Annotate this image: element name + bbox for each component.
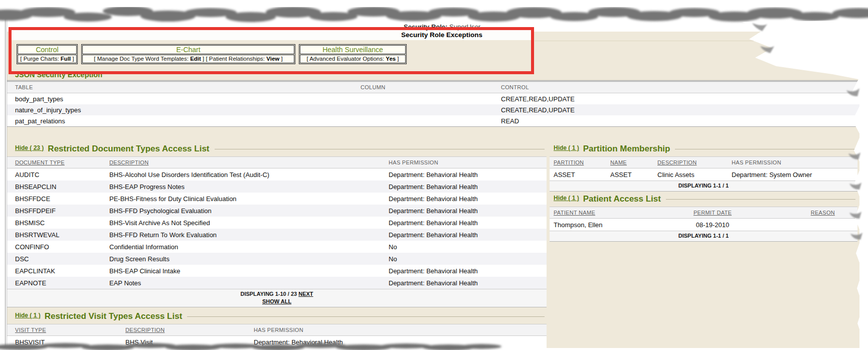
doc-types-paging: DISPLAYING 1-10 / 23 NEXT SHOW ALL xyxy=(7,289,547,307)
control-box-values: [ Purge Charts: Full ] xyxy=(18,55,77,63)
banner-underline xyxy=(535,41,859,41)
next-page-link[interactable]: NEXT xyxy=(298,291,313,297)
doc-type-cell: DSC xyxy=(7,253,109,265)
permission-cell: Department: Behavioral Health xyxy=(389,229,547,241)
reason-cell xyxy=(775,219,857,231)
column-header-description[interactable]: DESCRIPTION xyxy=(125,324,246,336)
permission-cell: Department: Behavioral Health xyxy=(389,193,547,205)
description-cell: BHS-FFD Return To Work Evaluation xyxy=(109,229,389,241)
partition-hide-link[interactable]: Hide ( 1 ) xyxy=(554,144,579,151)
description-cell: BHS-Visit Archive As Not Specified xyxy=(109,217,389,229)
security-role-line: Security Role: SuperUser xyxy=(404,23,480,31)
table-cell: nature_of_injury_types xyxy=(7,104,361,115)
heading-rule xyxy=(187,316,545,317)
column-header-column: COLUMN xyxy=(361,81,501,93)
column-header-description[interactable]: DESCRIPTION xyxy=(657,157,732,168)
exception-suffix: ] xyxy=(279,56,282,62)
patient-access-hide-link[interactable]: Hide ( 1 ) xyxy=(554,195,579,202)
exception-value: Yes xyxy=(386,56,396,62)
heading-rule xyxy=(666,199,855,200)
patient-access-paging: DISPLAYING 1-1 / 1 xyxy=(550,231,857,242)
permission-cell: Department: System Owner xyxy=(732,168,857,181)
paging-displaying: DISPLAYING 1-1 / 1 xyxy=(550,182,857,190)
doc-type-cell: BHSFFDCE xyxy=(7,193,109,205)
exception-suffix: ] xyxy=(396,56,399,62)
column-cell xyxy=(361,104,501,115)
table-cell: pat_pat_relations xyxy=(7,115,361,127)
patient-access-table: PATIENT NAME PERMIT DATE REASON Thompson… xyxy=(550,207,857,242)
doc-type-row: BHSMISC BHS-Visit Archive As Not Specifi… xyxy=(7,217,547,229)
doc-type-row: BHSRTWEVAL BHS-FFD Return To Work Evalua… xyxy=(7,229,547,241)
exception-value: View xyxy=(266,56,279,62)
doc-types-section-header: Hide ( 23 ) Restricted Document Types Ac… xyxy=(7,144,547,153)
visit-type-row: BHSVISIT BHS Visit Department: Behaviora… xyxy=(7,336,547,348)
exception-value: Full xyxy=(61,56,71,62)
column-header-reason[interactable]: REASON xyxy=(775,207,857,219)
doc-type-row: EAPCLINTAK BHS-EAP Clinical Intake Depar… xyxy=(7,265,547,277)
description-cell: BHS-EAP Progress Notes xyxy=(109,181,389,193)
visit-types-title: Restricted Visit Types Access List xyxy=(45,312,183,320)
column-header-name[interactable]: NAME xyxy=(610,157,657,168)
heading-rule xyxy=(215,149,545,149)
health-box-values: [ Advanced Evaluator Options: Yes ] xyxy=(300,55,406,63)
column-header-partition[interactable]: PARTITION xyxy=(550,157,610,168)
security-role-value: SuperUser xyxy=(449,23,480,31)
permission-cell: Department: Behavioral Health xyxy=(389,277,547,289)
doc-type-row: DSC Drug Screen Results No xyxy=(7,253,547,265)
exception-value: Edit xyxy=(190,56,201,62)
column-header-description[interactable]: DESCRIPTION xyxy=(109,157,389,168)
show-all-link[interactable]: SHOW ALL xyxy=(262,298,291,304)
heading-rule xyxy=(675,149,855,149)
doc-types-hide-link[interactable]: Hide ( 23 ) xyxy=(15,144,44,151)
doc-type-cell: CONFINFO xyxy=(7,241,109,253)
column-cell xyxy=(361,115,501,127)
column-header-has-permission: HAS PERMISSION xyxy=(246,324,547,336)
permission-cell: Department: Behavioral Health xyxy=(389,181,547,193)
echart-box-title: E-Chart xyxy=(82,45,294,54)
page-title: Security Role Exceptions xyxy=(401,31,482,39)
left-edge-line xyxy=(5,14,6,347)
column-header-visit-type[interactable]: VISIT TYPE xyxy=(7,324,125,336)
doc-types-title: Restricted Document Types Access List xyxy=(48,144,209,153)
description-cell: BHS-EAP Clinical Intake xyxy=(109,265,389,277)
patient-name-cell: Thompson, Ellen xyxy=(550,219,650,231)
permission-cell: Department: Behavioral Health xyxy=(389,217,547,229)
name-cell: ASSET xyxy=(610,168,657,181)
permit-date-cell: 08-19-2010 xyxy=(650,219,775,231)
patient-access-title: Patient Access List xyxy=(583,195,661,203)
control-cell: CREATE,READ,UPDATE xyxy=(501,104,859,115)
visit-types-section-header: Hide ( 1 ) Restricted Visit Types Access… xyxy=(7,312,547,320)
column-header-document-type[interactable]: DOCUMENT TYPE xyxy=(7,157,109,168)
patient-access-row: Thompson, Ellen 08-19-2010 xyxy=(550,219,857,231)
column-header-table: TABLE xyxy=(7,81,361,93)
echart-exception-box: E-Chart [ Manage Doc Type Word Templates… xyxy=(81,44,295,64)
doc-type-row: BHSEAPCLIN BHS-EAP Progress Notes Depart… xyxy=(7,181,547,193)
table-cell: body_part_types xyxy=(7,93,361,105)
json-security-row: nature_of_injury_types CREATE,READ,UPDAT… xyxy=(7,104,859,115)
permission-cell: Department: Behavioral Health xyxy=(389,265,547,277)
control-box-title: Control xyxy=(18,45,77,54)
visit-types-hide-link[interactable]: Hide ( 1 ) xyxy=(15,312,41,319)
description-cell: EAP Notes xyxy=(109,277,389,289)
doc-type-cell: BHSFFDPEIF xyxy=(7,205,109,217)
doc-type-row: EAPNOTE EAP Notes Department: Behavioral… xyxy=(7,277,547,289)
column-header-permit-date[interactable]: PERMIT DATE xyxy=(650,207,775,219)
partition-cell: ASSET xyxy=(550,168,610,181)
doc-type-row: CONFINFO Confidential Information No xyxy=(7,241,547,253)
security-role-label: Security Role: xyxy=(404,23,447,31)
exception-suffix: ] xyxy=(71,56,74,62)
partition-row: ASSET ASSET Clinic Assets Department: Sy… xyxy=(550,168,857,181)
echart-box-values: [ Manage Doc Type Word Templates: Edit ]… xyxy=(82,55,294,63)
exception-label: [ Patient Relationships: xyxy=(204,56,266,62)
column-cell xyxy=(361,93,501,105)
exception-boxes-row: Control [ Purge Charts: Full ] E-Chart [… xyxy=(17,44,407,64)
json-security-table: TABLE COLUMN CONTROL body_part_types CRE… xyxy=(7,80,859,127)
json-security-row: body_part_types CREATE,READ,UPDATE xyxy=(7,93,859,105)
paging-displaying: DISPLAYING 1-10 / 23 xyxy=(240,291,297,297)
doc-type-row: BHSFFDCE PE-BHS-Fitness for Duty Clinica… xyxy=(7,193,547,205)
column-header-patient-name[interactable]: PATIENT NAME xyxy=(550,207,650,219)
description-cell: Drug Screen Results xyxy=(109,253,389,265)
doc-type-row: AUDITC BHS-Alcohol Use Disorders Identif… xyxy=(7,168,547,181)
control-cell: READ xyxy=(501,115,859,127)
partition-section-header: Hide ( 1 ) Partition Membership xyxy=(550,144,857,153)
